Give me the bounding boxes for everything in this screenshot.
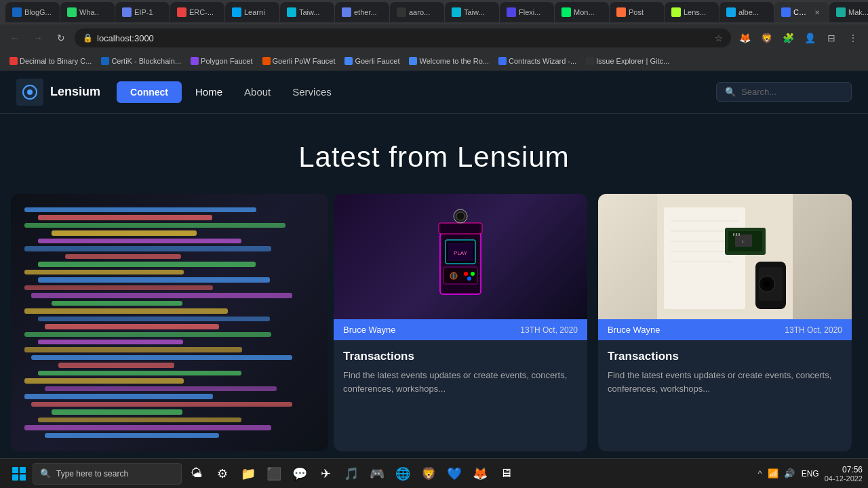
card-large[interactable] [11, 194, 328, 451]
tab-flexi[interactable]: Flexi... [500, 2, 554, 22]
nav-home[interactable]: Home [195, 86, 222, 98]
forward-button[interactable]: → [28, 28, 47, 47]
card-electronics-description: Find the latest events updates or create… [608, 369, 842, 395]
system-tray-arrow[interactable]: ^ [757, 467, 764, 480]
clock[interactable]: 07:56 04-12-2022 [825, 465, 863, 483]
website-content: Lensium Connect Home About Services 🔍 La… [0, 70, 868, 458]
back-button[interactable]: ← [5, 28, 24, 47]
logo-area: Lensium [16, 79, 100, 106]
menu-button[interactable]: ⋮ [844, 28, 863, 47]
tab-mon[interactable]: Mon... [555, 2, 609, 22]
taskbar-app-brave[interactable]: 🦁 [416, 462, 441, 486]
lock-icon: 🔒 [83, 33, 93, 43]
taskbar-right: ^ 📶 🔊 ENG 07:56 04-12-2022 [757, 465, 863, 483]
taskbar-app-settings[interactable]: ⚙ [210, 462, 235, 486]
taskbar-app-firefox[interactable]: 🦊 [468, 462, 492, 486]
bookmark-page-icon[interactable]: ☆ [715, 33, 723, 43]
card-arcade-title: Transactions [343, 350, 578, 363]
card-electronics-body: Transactions Find the latest events upda… [598, 340, 852, 405]
taskbar-apps: 🌤 ⚙ 📁 ⬛ 💬 ✈ 🎵 🎮 🌐 🦁 💙 [184, 462, 757, 486]
tab-albe[interactable]: albe... [719, 2, 774, 22]
tab-taiw2[interactable]: Taiw... [445, 2, 499, 22]
tab-aaro[interactable]: aaro... [390, 2, 444, 22]
taskbar-app-files[interactable]: 📁 [236, 462, 260, 486]
taskbar-app-spotify[interactable]: 🎵 [339, 462, 363, 486]
connect-button[interactable]: Connect [117, 81, 182, 103]
tab-post[interactable]: Post [610, 2, 664, 22]
tab-contracts[interactable]: Cont... ✕ [774, 2, 829, 22]
navbar: Lensium Connect Home About Services 🔍 [0, 70, 868, 114]
card-electronics[interactable]: IC Bruce Wayne [598, 194, 852, 451]
tab-ether[interactable]: ether... [335, 2, 389, 22]
nav-about[interactable]: About [244, 86, 271, 98]
taskbar-app-terminal[interactable]: ⬛ [262, 462, 286, 486]
tab-mak[interactable]: Mak... [829, 2, 868, 22]
card-arcade-description: Find the latest events updates or create… [343, 369, 578, 395]
taskbar-search-text: Type here to search [56, 469, 128, 479]
bookmark-goerli-pow[interactable]: Goerli PoW Faucet [258, 54, 340, 68]
svg-text:IC: IC [742, 240, 745, 243]
tab-taiw1[interactable]: Taiw... [280, 2, 334, 22]
bookmark-welcome[interactable]: Welcome to the Ro... [405, 54, 493, 68]
card-arcade[interactable]: PLAY [334, 194, 587, 451]
card-electronics-author: Bruce Wayne [608, 325, 660, 335]
taskbar-app-chrome[interactable]: 🌐 [391, 462, 415, 486]
bookmark-issue[interactable]: Issue Explorer | Gitc... [582, 54, 673, 68]
network-icon[interactable]: 📶 [766, 467, 780, 480]
taskbar-search[interactable]: 🔍 Type here to search [33, 463, 182, 485]
tab-close-icon[interactable]: ✕ [812, 7, 822, 17]
bookmark-decimal[interactable]: Decimal to Binary C... [5, 54, 96, 68]
bookmarks-bar: Decimal to Binary C... CertiK - Blockcha… [0, 52, 868, 70]
cards-grid: PLAY [0, 194, 868, 451]
svg-point-1 [27, 89, 33, 95]
taskbar-app-telegram[interactable]: ✈ [313, 462, 338, 486]
sidebar-button[interactable]: ⊟ [822, 28, 841, 47]
taskbar-search-icon: 🔍 [40, 468, 51, 479]
bookmark-contracts[interactable]: Contracts Wizard -... [494, 54, 580, 68]
extensions-button[interactable]: 🦊 [735, 28, 754, 47]
language-indicator[interactable]: ENG [802, 469, 819, 479]
svg-point-11 [467, 277, 471, 281]
puzzle-icon[interactable]: 🧩 [778, 28, 797, 47]
svg-point-9 [464, 272, 468, 276]
taskbar-app-whatsapp[interactable]: 💬 [288, 462, 312, 486]
reload-button[interactable]: ↻ [52, 28, 71, 47]
taskbar-app-discord[interactable]: 🎮 [365, 462, 389, 486]
nav-services[interactable]: Services [292, 86, 332, 98]
tab-eip[interactable]: EIP-1 [115, 2, 170, 22]
search-input[interactable] [741, 87, 843, 97]
bookmark-goerli[interactable]: Goerli Faucet [340, 54, 403, 68]
svg-rect-12 [439, 223, 482, 234]
tab-lens1[interactable]: Lens... [665, 2, 719, 22]
tab-erc[interactable]: ERC-... [170, 2, 224, 22]
tab-wha[interactable]: Wha.. [60, 2, 115, 22]
website: Lensium Connect Home About Services 🔍 La… [0, 70, 868, 451]
taskbar-app-other[interactable]: 🖥 [494, 462, 518, 486]
bookmark-certik[interactable]: CertiK - Blockchain... [97, 54, 185, 68]
svg-rect-16 [664, 207, 745, 309]
taskbar-app-weather[interactable]: 🌤 [184, 462, 209, 486]
svg-text:PLAY: PLAY [454, 250, 468, 256]
volume-icon[interactable]: 🔊 [783, 467, 796, 480]
card-arcade-meta: Bruce Wayne 13TH Oct, 2020 [334, 319, 587, 340]
card-electronics-title: Transactions [608, 350, 842, 363]
tab-blogg[interactable]: BlogG... [5, 2, 60, 22]
toolbar-right: 🦊 🦁 🧩 👤 ⊟ ⋮ [735, 28, 863, 47]
taskbar: 🔍 Type here to search 🌤 ⚙ 📁 ⬛ 💬 ✈ 🎵 🎮 🌐 [0, 458, 868, 488]
search-bar[interactable]: 🔍 [716, 82, 852, 102]
taskbar-app-vscode[interactable]: 💙 [442, 462, 467, 486]
code-visual [11, 194, 328, 451]
card-arcade-image: PLAY [334, 194, 587, 319]
hero-section: Latest from Lensium [0, 114, 868, 194]
svg-point-10 [471, 272, 475, 276]
profile-icon[interactable]: 👤 [800, 28, 819, 47]
tab-learn[interactable]: Learni [225, 2, 279, 22]
bookmark-polygon[interactable]: Polygon Faucet [186, 54, 256, 68]
card-arcade-author: Bruce Wayne [343, 325, 396, 335]
address-bar[interactable]: 🔒 localhost:3000 ☆ [75, 28, 731, 47]
brave-icon[interactable]: 🦁 [757, 28, 776, 47]
url-display: localhost:3000 [97, 33, 711, 43]
logo-image [16, 79, 43, 106]
svg-point-33 [764, 281, 770, 287]
start-button[interactable] [5, 460, 33, 487]
